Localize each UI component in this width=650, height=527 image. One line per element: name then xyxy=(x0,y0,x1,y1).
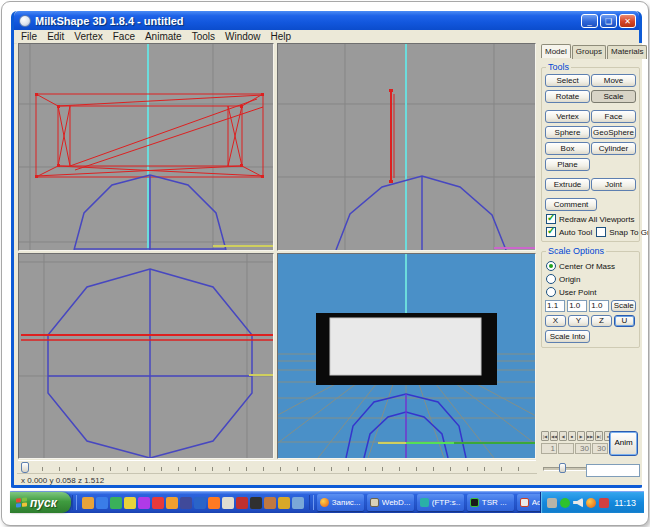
quick-launch-icon[interactable] xyxy=(292,497,304,509)
quick-launch-icon[interactable] xyxy=(180,497,192,509)
rewind-button[interactable]: ◀◀ xyxy=(550,431,558,441)
quick-launch-icon[interactable] xyxy=(152,497,164,509)
windows-flag-icon xyxy=(16,497,27,507)
grid-lines xyxy=(19,44,273,250)
scale-x-input[interactable]: 1.1 xyxy=(545,300,565,312)
viewport-3d[interactable] xyxy=(277,253,536,459)
start-button[interactable]: пуск xyxy=(10,492,71,513)
user-point-radio[interactable] xyxy=(546,287,556,297)
go-to-start-button[interactable]: |◀ xyxy=(541,431,549,441)
extrude-tool-button[interactable]: Extrude xyxy=(545,178,590,191)
quick-launch-icon[interactable] xyxy=(82,497,94,509)
tab-groups[interactable]: Groups xyxy=(572,45,606,59)
mini-slider-thumb[interactable] xyxy=(559,463,566,473)
tab-joints[interactable]: Joints xyxy=(648,45,649,59)
origin-radio[interactable] xyxy=(546,274,556,284)
comment-button[interactable]: Comment xyxy=(545,198,597,211)
axis-u-button[interactable]: U xyxy=(614,315,635,327)
move-tool-button[interactable]: Move xyxy=(591,74,636,87)
viewport-top[interactable] xyxy=(18,253,274,459)
menu-vertex[interactable]: Vertex xyxy=(69,31,107,42)
window-controls: _ ❏ ✕ xyxy=(581,14,636,28)
viewport-side[interactable] xyxy=(277,43,536,251)
keyframe-bar[interactable] xyxy=(18,460,536,474)
scale-tool-button[interactable]: Scale xyxy=(591,90,636,103)
select-tool-button[interactable]: Select xyxy=(545,74,590,87)
volume-icon[interactable] xyxy=(573,498,583,508)
go-to-end-button[interactable]: ▶| xyxy=(595,431,603,441)
task-adobe[interactable]: Adobe... xyxy=(517,494,540,511)
quick-launch-icon[interactable] xyxy=(222,497,234,509)
scale-options-label: Scale Options xyxy=(546,246,606,256)
tray-device-icon[interactable] xyxy=(547,498,557,508)
menu-window[interactable]: Window xyxy=(220,31,266,42)
total-frames-input[interactable]: 30 xyxy=(575,443,591,454)
task-ftp[interactable]: (FTP:s... xyxy=(417,494,464,511)
redraw-all-viewports-checkbox[interactable] xyxy=(546,214,556,224)
quick-launch-icon[interactable] xyxy=(250,497,262,509)
titlebar[interactable]: MilkShape 3D 1.8.4 - untitled _ ❏ ✕ xyxy=(14,11,639,30)
geosphere-tool-button[interactable]: GeoSphere xyxy=(591,126,636,139)
tray-status-icon[interactable] xyxy=(560,498,570,508)
scale-into-button[interactable]: Scale Into xyxy=(545,330,590,343)
rotate-tool-button[interactable]: Rotate xyxy=(545,90,590,103)
tray-app-icon[interactable] xyxy=(599,498,609,508)
stop-button[interactable]: ■ xyxy=(568,431,576,441)
fast-forward-button[interactable]: ▶▶ xyxy=(586,431,594,441)
menu-help[interactable]: Help xyxy=(266,31,297,42)
close-button[interactable]: ✕ xyxy=(619,14,636,28)
quick-launch-icon[interactable] xyxy=(236,497,248,509)
task-zapis[interactable]: Запис... xyxy=(317,494,364,511)
quick-launch-icon[interactable] xyxy=(124,497,136,509)
menubar: File Edit Vertex Face Animate Tools Wind… xyxy=(14,30,639,44)
auto-tool-checkbox[interactable] xyxy=(546,227,556,237)
maximize-button[interactable]: ❏ xyxy=(600,14,617,28)
scale-z-input[interactable]: 1.0 xyxy=(589,300,609,312)
anim-mini-slider[interactable] xyxy=(543,463,587,473)
quick-launch-icon[interactable] xyxy=(110,497,122,509)
center-of-mass-radio[interactable] xyxy=(546,261,556,271)
fps-input[interactable]: 30 xyxy=(592,443,608,454)
anim-toggle-button[interactable]: Anim xyxy=(609,431,638,456)
task-webd[interactable]: WebD... xyxy=(367,494,414,511)
menu-animate[interactable]: Animate xyxy=(140,31,187,42)
face-tool-button[interactable]: Face xyxy=(591,110,636,123)
tab-model[interactable]: Model xyxy=(541,44,571,58)
current-frame-input[interactable]: 1 xyxy=(541,443,557,454)
scale-apply-button[interactable]: Scale xyxy=(611,300,636,312)
axis-y-button[interactable]: Y xyxy=(568,315,589,327)
keyframe-ticks xyxy=(26,467,532,471)
axis-z-button[interactable]: Z xyxy=(591,315,612,327)
menu-file[interactable]: File xyxy=(16,31,42,42)
play-button[interactable]: ▶ xyxy=(577,431,585,441)
scale-y-input[interactable]: 1.0 xyxy=(567,300,587,312)
minimize-button[interactable]: _ xyxy=(581,14,598,28)
box-tool-button[interactable]: Box xyxy=(545,142,590,155)
step-back-button[interactable]: ◀ xyxy=(559,431,567,441)
quick-launch-icon[interactable] xyxy=(208,497,220,509)
axis-x-button[interactable]: X xyxy=(545,315,566,327)
quick-launch-icon[interactable] xyxy=(166,497,178,509)
quick-launch-icon[interactable] xyxy=(278,497,290,509)
viewport-front[interactable] xyxy=(18,43,274,251)
tab-materials[interactable]: Materials xyxy=(607,45,647,59)
quick-launch-icon[interactable] xyxy=(138,497,150,509)
sphere-tool-button[interactable]: Sphere xyxy=(545,126,590,139)
quick-launch-icon[interactable] xyxy=(96,497,108,509)
tool-panel: Model Groups Materials Joints Tools Sele… xyxy=(538,43,642,485)
tray-firefox-icon[interactable] xyxy=(586,498,596,508)
joint-tool-button[interactable]: Joint xyxy=(591,178,636,191)
quick-launch-icon[interactable] xyxy=(264,497,276,509)
vertex-tool-button[interactable]: Vertex xyxy=(545,110,590,123)
frame-input-2[interactable] xyxy=(558,443,574,454)
keyframe-slider-thumb[interactable] xyxy=(21,462,29,473)
cylinder-tool-button[interactable]: Cylinder xyxy=(591,142,636,155)
anim-message-box[interactable] xyxy=(586,464,640,477)
menu-edit[interactable]: Edit xyxy=(42,31,69,42)
snap-to-grid-checkbox[interactable] xyxy=(596,227,606,237)
menu-tools[interactable]: Tools xyxy=(187,31,220,42)
quick-launch-icon[interactable] xyxy=(194,497,206,509)
plane-tool-button[interactable]: Plane xyxy=(545,158,590,171)
task-tsr[interactable]: TSR ... xyxy=(467,494,514,511)
menu-face[interactable]: Face xyxy=(108,31,140,42)
